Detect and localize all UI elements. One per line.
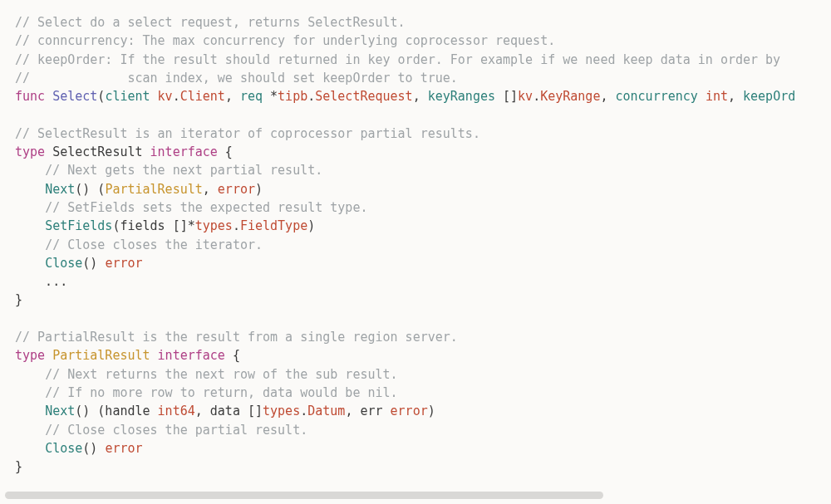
code-token: Next <box>45 404 75 418</box>
code-token: error <box>105 256 142 271</box>
code-token: keepOrd <box>743 89 795 104</box>
code-token: , <box>600 89 615 104</box>
code-token: kv <box>158 89 173 104</box>
code-token: KeyRange <box>540 89 600 104</box>
code-token: int <box>706 89 728 104</box>
code-line: // If no more row to return, data would … <box>15 384 816 402</box>
code-line: Next() (PartialResult, error) <box>15 180 816 198</box>
code-token: . <box>307 89 315 104</box>
code-line: // keepOrder: If the result should retur… <box>15 51 816 69</box>
code-line: SetFields(fields []*types.FieldType) <box>15 217 816 235</box>
code-line: // SelectResult is an iterator of coproc… <box>15 125 816 143</box>
code-token: . <box>300 404 307 418</box>
code-token: // PartialResult is the result from a si… <box>15 330 458 345</box>
code-token: . <box>233 218 240 233</box>
code-token: , <box>225 89 240 104</box>
code-token: () ( <box>75 182 105 197</box>
code-token: // Close closes the partial result. <box>45 423 307 438</box>
code-token: // conncurrency: The max concurrency for… <box>15 33 555 48</box>
code-line <box>15 310 816 328</box>
code-token: ) <box>255 182 263 197</box>
code-token: PartialResult <box>52 348 150 363</box>
code-token: , <box>203 182 218 197</box>
code-token: [] <box>495 89 518 104</box>
code-token: client <box>105 89 150 104</box>
code-block: // Select do a select request, returns S… <box>15 13 816 476</box>
code-line: // Next gets the next partial result. <box>15 161 816 179</box>
code-token: Select <box>52 89 97 104</box>
code-token: // SelectResult is an iterator of coproc… <box>15 126 480 141</box>
horizontal-scrollbar-thumb[interactable] <box>5 492 603 499</box>
code-token: . <box>173 89 180 104</box>
code-token: keyRanges <box>428 89 495 104</box>
code-token <box>45 89 52 104</box>
code-token: // keepOrder: If the result should retur… <box>15 52 780 67</box>
code-token: type <box>15 348 45 363</box>
code-token: * <box>263 89 278 104</box>
code-token: { <box>225 348 240 363</box>
code-token: () <box>82 256 105 271</box>
code-token <box>45 348 52 363</box>
code-line: type PartialResult interface { <box>15 346 816 365</box>
code-token: Close <box>45 441 82 456</box>
code-token <box>15 423 45 438</box>
code-token <box>15 218 45 233</box>
code-viewport: // Select do a select request, returns S… <box>0 0 831 504</box>
code-line: // PartialResult is the result from a si… <box>15 328 816 346</box>
code-token <box>15 163 45 178</box>
code-token: func <box>15 89 45 104</box>
code-line <box>15 105 816 124</box>
code-token <box>15 182 45 197</box>
code-line: } <box>15 458 816 476</box>
code-token: SelectResult <box>45 144 150 159</box>
code-token: , data [] <box>195 404 263 418</box>
code-token: , <box>728 89 743 104</box>
code-token: error <box>218 182 255 197</box>
code-line: // SetFields sets the expected result ty… <box>15 198 816 217</box>
code-line: func Select(client kv.Client, req *tipb.… <box>15 87 816 105</box>
code-token: Close <box>45 256 82 271</box>
code-line: // Next returns the next row of the sub … <box>15 365 816 384</box>
code-token <box>15 200 45 215</box>
code-token <box>15 311 22 326</box>
code-token: { <box>218 144 233 159</box>
code-token: , err <box>345 404 390 418</box>
code-token: error <box>105 441 142 456</box>
code-line: // Close closes the iterator. <box>15 236 816 254</box>
code-token: () (handle <box>75 404 157 418</box>
code-token: ) <box>307 218 315 233</box>
code-token: , <box>413 89 428 104</box>
code-token <box>15 107 22 122</box>
code-token: Datum <box>307 404 345 418</box>
code-line: } <box>15 291 816 309</box>
code-token: () <box>82 441 105 456</box>
code-token: int64 <box>158 404 195 418</box>
code-line: Close() error <box>15 254 816 272</box>
code-token: PartialResult <box>105 182 202 197</box>
code-line: // Select do a select request, returns S… <box>15 13 816 32</box>
code-token: interface <box>158 348 225 363</box>
code-token: (fields []* <box>112 218 194 233</box>
horizontal-scrollbar-track[interactable] <box>5 492 826 499</box>
code-line: Close() error <box>15 439 816 458</box>
code-token: concurrency <box>616 89 698 104</box>
code-token: error <box>391 404 428 418</box>
code-token: // Close closes the iterator. <box>45 237 263 252</box>
code-token: SelectRequest <box>315 89 412 104</box>
code-token <box>15 367 45 382</box>
code-token: . <box>533 89 540 104</box>
code-token: types <box>195 218 233 233</box>
code-token: ... <box>15 274 67 289</box>
code-token: tipb <box>278 89 307 104</box>
code-token <box>15 256 45 271</box>
code-token: Next <box>45 182 75 197</box>
code-line: // Close closes the partial result. <box>15 421 816 439</box>
code-line: ... <box>15 272 816 291</box>
code-token: // Next returns the next row of the sub … <box>45 367 397 382</box>
code-token <box>15 441 45 456</box>
code-token: type <box>15 144 45 159</box>
code-token: // If no more row to return, data would … <box>45 385 397 400</box>
code-token <box>15 385 45 400</box>
code-line: Next() (handle int64, data []types.Datum… <box>15 402 816 420</box>
code-token: FieldType <box>240 218 307 233</box>
